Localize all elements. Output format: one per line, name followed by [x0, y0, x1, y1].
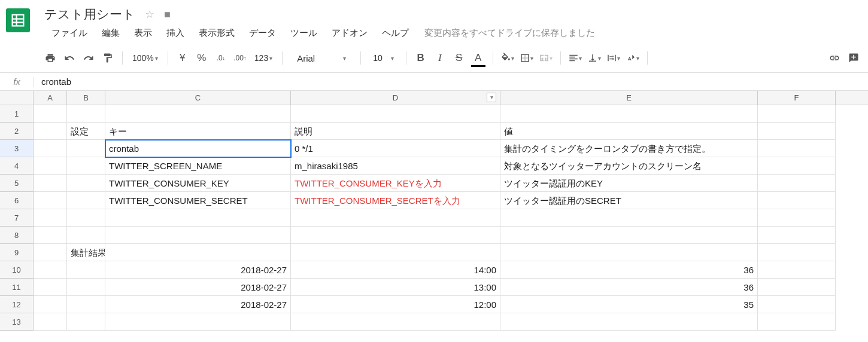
cell[interactable]: 説明 — [291, 123, 500, 140]
row-header[interactable]: 9 — [0, 244, 34, 261]
row-header[interactable]: 5 — [0, 175, 34, 192]
cell[interactable] — [758, 244, 836, 261]
menu-tools[interactable]: ツール — [283, 25, 324, 41]
cell[interactable] — [105, 244, 291, 261]
cell[interactable]: 36 — [500, 279, 758, 296]
cell[interactable] — [34, 192, 67, 209]
col-header-B[interactable]: B — [67, 91, 105, 105]
merge-cells-button[interactable]: ▾ — [538, 50, 554, 66]
cell[interactable] — [291, 209, 500, 227]
increase-decimal-button[interactable]: .00↑ — [232, 50, 248, 66]
cell[interactable] — [34, 209, 67, 227]
cell[interactable] — [758, 209, 836, 227]
fill-color-button[interactable]: ▾ — [499, 50, 516, 66]
cell[interactable] — [34, 140, 67, 157]
cell[interactable] — [500, 244, 758, 261]
cell[interactable] — [758, 227, 836, 244]
sheets-logo[interactable] — [0, 5, 36, 46]
cell[interactable] — [67, 157, 105, 175]
document-title[interactable]: テスト用シート — [44, 6, 135, 23]
decrease-decimal-button[interactable]: .0↓ — [213, 50, 229, 66]
menu-addons[interactable]: アドオン — [324, 25, 375, 41]
cell[interactable]: ツイッター認証用のKEY — [500, 175, 758, 192]
cell[interactable] — [34, 313, 67, 331]
col-header-A[interactable]: A — [34, 91, 67, 105]
cell[interactable] — [105, 105, 291, 123]
cell[interactable] — [291, 244, 500, 261]
cell[interactable] — [34, 175, 67, 192]
cell[interactable]: 2018-02-27 — [105, 261, 291, 279]
menu-format[interactable]: 表示形式 — [192, 25, 242, 41]
cell[interactable] — [34, 227, 67, 244]
cell[interactable] — [758, 157, 836, 175]
cell[interactable]: 集計結果 — [67, 244, 105, 261]
cell[interactable] — [758, 192, 836, 209]
font-size-select[interactable]: 10▾ — [367, 53, 400, 63]
row-header[interactable]: 11 — [0, 279, 34, 296]
col-header-F[interactable]: F — [758, 91, 836, 105]
cell[interactable] — [67, 209, 105, 227]
undo-icon[interactable] — [61, 50, 78, 66]
folder-icon[interactable]: ■ — [164, 8, 171, 21]
cell[interactable]: 0 */1 — [291, 140, 500, 157]
menu-edit[interactable]: 編集 — [95, 25, 127, 41]
cell[interactable]: 値 — [500, 123, 758, 140]
cell[interactable]: 14:00 — [291, 261, 500, 279]
cell[interactable] — [34, 279, 67, 296]
cell[interactable] — [34, 123, 67, 140]
cell[interactable]: m_hirasaki1985 — [291, 157, 500, 175]
cell[interactable] — [67, 227, 105, 244]
currency-button[interactable]: ¥ — [174, 50, 191, 66]
cell[interactable] — [67, 296, 105, 313]
cell[interactable] — [291, 313, 500, 331]
cell[interactable] — [67, 313, 105, 331]
insert-link-button[interactable] — [826, 50, 843, 66]
row-header[interactable]: 8 — [0, 227, 34, 244]
row-header[interactable]: 1 — [0, 105, 34, 123]
paint-format-icon[interactable] — [99, 50, 116, 66]
row-header[interactable]: 2 — [0, 123, 34, 140]
cell[interactable] — [500, 209, 758, 227]
cell[interactable] — [758, 123, 836, 140]
cell[interactable] — [758, 313, 836, 331]
bold-button[interactable]: B — [412, 50, 429, 66]
percent-button[interactable]: % — [193, 50, 210, 66]
cell-selected[interactable]: crontab — [105, 140, 291, 157]
font-select[interactable]: Arial▾ — [289, 53, 354, 63]
cell[interactable]: 2018-02-27 — [105, 296, 291, 313]
cell[interactable]: ツイッター認証用のSECRET — [500, 192, 758, 209]
row-header[interactable]: 3 — [0, 140, 34, 157]
cell[interactable] — [34, 261, 67, 279]
menu-data[interactable]: データ — [242, 25, 283, 41]
row-header[interactable]: 10 — [0, 261, 34, 279]
cell[interactable]: TWITTER_CONSUMER_SECRET — [105, 192, 291, 209]
text-wrap-button[interactable]: ▾ — [605, 50, 622, 66]
menu-view[interactable]: 表示 — [127, 25, 159, 41]
italic-button[interactable]: I — [432, 50, 448, 66]
formula-bar[interactable]: crontab — [40, 77, 868, 87]
cell[interactable]: TWITTER_SCREEN_NAME — [105, 157, 291, 175]
more-formats-button[interactable]: 123▾ — [251, 53, 276, 63]
text-rotation-button[interactable]: ▾ — [624, 50, 641, 66]
insert-comment-button[interactable] — [845, 50, 862, 66]
cell[interactable] — [34, 105, 67, 123]
cell[interactable]: 12:00 — [291, 296, 500, 313]
borders-button[interactable]: ▾ — [518, 50, 535, 66]
cell[interactable]: 対象となるツイッターアカウントのスクリーン名 — [500, 157, 758, 175]
cell[interactable]: 2018-02-27 — [105, 279, 291, 296]
cell[interactable] — [500, 227, 758, 244]
cell[interactable]: TWITTER_CONSUMER_SECRETを入力 — [291, 192, 500, 209]
menu-insert[interactable]: 挿入 — [159, 25, 192, 41]
col-header-D[interactable]: D — [291, 91, 500, 105]
print-icon[interactable] — [42, 50, 59, 66]
cell[interactable]: 35 — [500, 296, 758, 313]
cell[interactable] — [34, 296, 67, 313]
cell[interactable] — [67, 105, 105, 123]
cell[interactable] — [758, 261, 836, 279]
cell[interactable] — [105, 209, 291, 227]
cell[interactable] — [291, 105, 500, 123]
row-header[interactable]: 13 — [0, 313, 34, 331]
zoom-select[interactable]: 100%▾ — [129, 53, 162, 63]
cell[interactable] — [67, 175, 105, 192]
row-header[interactable]: 6 — [0, 192, 34, 209]
